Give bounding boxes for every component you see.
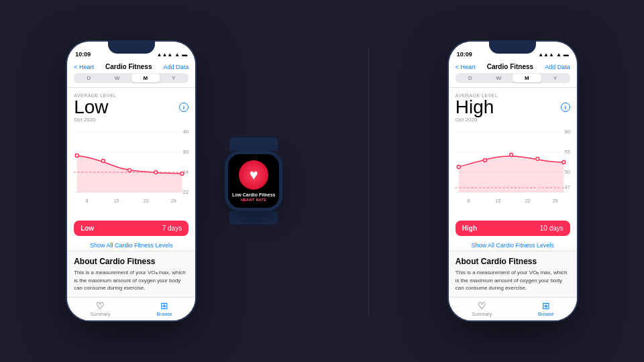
right-level-text: High bbox=[455, 98, 494, 117]
right-signal-icon: ▲▲▲ bbox=[538, 52, 554, 58]
right-status-time: 10:09 bbox=[457, 51, 472, 58]
add-data-button[interactable]: Add Data bbox=[164, 64, 189, 70]
right-segment-control: D W M Y bbox=[455, 73, 570, 83]
about-title: About Cardio Fitness bbox=[74, 257, 189, 266]
svg-text:15: 15 bbox=[114, 198, 119, 203]
info-icon[interactable]: i bbox=[179, 103, 189, 112]
left-content: AVERAGE LEVEL Low i Oct 2020 40 30 24 bbox=[67, 88, 195, 251]
svg-point-28 bbox=[509, 154, 513, 157]
right-segment-w[interactable]: W bbox=[484, 74, 513, 82]
right-segment-m[interactable]: M bbox=[513, 74, 541, 82]
right-chart: 60 55 50 47 bbox=[449, 125, 577, 217]
right-segment-d[interactable]: D bbox=[456, 74, 484, 82]
right-tab-bar: ♡ Summary ⊞ Browse bbox=[449, 297, 577, 320]
left-section: 10:09 ▲▲▲ ▲ ▬ < Heart Cardio Fitness Add… bbox=[66, 40, 290, 322]
right-add-data-button[interactable]: Add Data bbox=[545, 64, 570, 70]
left-iphone-screen: 10:09 ▲▲▲ ▲ ▬ < Heart Cardio Fitness Add… bbox=[67, 42, 195, 320]
apple-watch: ♥ Low Cardio Fitness HEART RATE bbox=[217, 137, 290, 225]
right-browse-label: Browse bbox=[538, 312, 553, 316]
svg-point-27 bbox=[483, 159, 486, 162]
svg-text:8: 8 bbox=[467, 198, 470, 203]
right-browse-icon: ⊞ bbox=[542, 300, 550, 311]
svg-point-30 bbox=[562, 161, 566, 164]
right-date-label: Oct 2020 bbox=[455, 117, 570, 123]
watch-band-bottom bbox=[229, 211, 278, 225]
svg-text:29: 29 bbox=[553, 198, 558, 203]
show-all-link[interactable]: Show All Cardio Fitness Levels bbox=[74, 240, 189, 251]
right-status-icons: ▲▲▲ ▲ ▬ bbox=[538, 52, 569, 58]
browse-label: Browse bbox=[156, 312, 172, 316]
back-button[interactable]: < Heart bbox=[74, 64, 94, 70]
segment-d[interactable]: D bbox=[74, 74, 103, 82]
svg-text:29: 29 bbox=[171, 198, 176, 203]
segment-control: D W M Y bbox=[74, 73, 189, 83]
watch-screen: ♥ Low Cardio Fitness HEART RATE bbox=[228, 154, 279, 208]
watch-sub-text: HEART RATE bbox=[241, 198, 266, 202]
right-battery-icon: ▬ bbox=[564, 52, 569, 58]
right-nav-title: Cardio Fitness bbox=[487, 63, 533, 70]
about-section: About Cardio Fitness This is a measureme… bbox=[67, 251, 195, 297]
level-row: Low i bbox=[74, 98, 189, 117]
svg-text:47: 47 bbox=[564, 184, 570, 190]
svg-point-29 bbox=[536, 158, 539, 161]
svg-text:22: 22 bbox=[183, 189, 189, 195]
right-level-badge: High 10 days bbox=[455, 221, 570, 236]
left-iphone: 10:09 ▲▲▲ ▲ ▬ < Heart Cardio Fitness Add… bbox=[66, 40, 197, 322]
segment-m[interactable]: M bbox=[131, 74, 160, 82]
segment-w[interactable]: W bbox=[103, 74, 131, 82]
tab-summary[interactable]: ♡ Summary bbox=[91, 300, 111, 316]
right-segment-y[interactable]: Y bbox=[541, 74, 570, 82]
right-summary-icon: ♡ bbox=[478, 300, 486, 311]
right-badge-days: 10 days bbox=[540, 225, 564, 232]
level-badge: Low 7 days bbox=[74, 221, 189, 236]
right-about-section: About Cardio Fitness This is a measureme… bbox=[449, 251, 577, 297]
badge-days: 7 days bbox=[162, 225, 182, 232]
right-tab-browse[interactable]: ⊞ Browse bbox=[538, 300, 553, 316]
right-about-text: This is a measurement of your VO₂ max, w… bbox=[455, 269, 570, 292]
svg-point-9 bbox=[102, 160, 105, 163]
svg-point-8 bbox=[75, 154, 78, 158]
middle-divider bbox=[368, 47, 369, 315]
right-nav-top: < Heart Cardio Fitness Add Data bbox=[455, 63, 570, 70]
nav-title: Cardio Fitness bbox=[105, 63, 152, 70]
date-label: Oct 2020 bbox=[74, 117, 189, 123]
right-notch bbox=[489, 40, 536, 54]
svg-text:8: 8 bbox=[86, 198, 89, 203]
right-tab-summary[interactable]: ♡ Summary bbox=[472, 300, 492, 316]
watch-heart-bg: ♥ bbox=[239, 160, 268, 190]
watch-body: ♥ Low Cardio Fitness HEART RATE bbox=[225, 151, 282, 211]
watch-band-top bbox=[229, 137, 278, 151]
svg-text:50: 50 bbox=[564, 169, 570, 175]
svg-text:15: 15 bbox=[495, 198, 500, 203]
status-time: 10:09 bbox=[75, 51, 91, 58]
right-section: 10:09 ▲▲▲ ▲ ▬ < Heart Cardio Fitness Add… bbox=[447, 40, 578, 322]
right-back-button[interactable]: < Heart bbox=[455, 64, 476, 70]
notch bbox=[108, 40, 155, 54]
tab-browse[interactable]: ⊞ Browse bbox=[156, 300, 172, 316]
svg-point-26 bbox=[457, 166, 460, 169]
watch-main-text: Low Cardio Fitness bbox=[232, 192, 276, 198]
right-level-row: High i bbox=[455, 98, 570, 117]
svg-text:22: 22 bbox=[144, 198, 149, 203]
segment-y[interactable]: Y bbox=[160, 74, 188, 82]
watch-heart-icon: ♥ bbox=[250, 166, 258, 184]
nav-top: < Heart Cardio Fitness Add Data bbox=[74, 63, 189, 70]
svg-point-10 bbox=[128, 169, 131, 172]
left-nav-bar: < Heart Cardio Fitness Add Data D W M Y bbox=[67, 60, 195, 88]
summary-icon: ♡ bbox=[96, 300, 105, 311]
left-chart: 40 30 24 22 bbox=[67, 125, 195, 217]
svg-text:60: 60 bbox=[564, 129, 570, 135]
tab-bar: ♡ Summary ⊞ Browse bbox=[67, 297, 195, 320]
right-badge-label: High bbox=[462, 225, 477, 232]
right-about-title: About Cardio Fitness bbox=[455, 257, 570, 266]
right-content: AVERAGE LEVEL High i Oct 2020 60 55 50 bbox=[449, 88, 577, 251]
wifi-icon: ▲ bbox=[174, 52, 180, 58]
summary-label: Summary bbox=[91, 312, 111, 316]
right-show-all-link[interactable]: Show All Cardio Fitness Levels bbox=[455, 240, 570, 251]
svg-text:40: 40 bbox=[183, 129, 189, 135]
right-wifi-icon: ▲ bbox=[556, 52, 561, 58]
right-info-icon[interactable]: i bbox=[561, 103, 570, 112]
status-icons: ▲▲▲ ▲ ▬ bbox=[156, 52, 187, 58]
right-iphone-screen: 10:09 ▲▲▲ ▲ ▬ < Heart Cardio Fitness Add… bbox=[449, 42, 577, 320]
right-nav-bar: < Heart Cardio Fitness Add Data D W M Y bbox=[449, 60, 577, 88]
